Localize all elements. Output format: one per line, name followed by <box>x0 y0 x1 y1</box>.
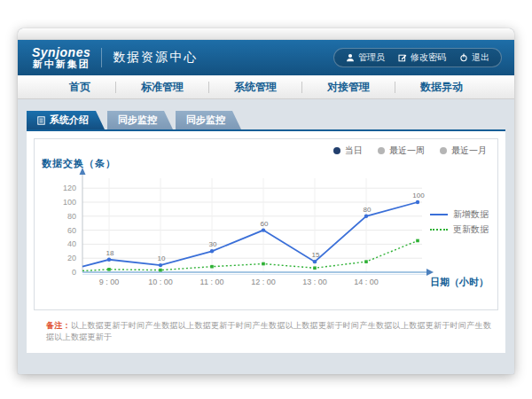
power-icon <box>459 53 468 62</box>
user-toolbar: 管理员 修改密码 退出 <box>333 48 502 67</box>
svg-text:9 : 00: 9 : 00 <box>99 278 120 286</box>
svg-text:60: 60 <box>261 220 269 228</box>
nav-item-home[interactable]: 首页 <box>44 80 115 95</box>
legend-item-new-data[interactable]: 新增数据 <box>430 207 489 222</box>
chart-panel: 当日 最近一周 最近一月 数据交换（条） 日期（小时） 020406080100… <box>34 138 498 310</box>
svg-text:15: 15 <box>312 251 320 259</box>
legend-label: 新增数据 <box>453 208 489 221</box>
svg-text:100: 100 <box>63 198 76 207</box>
user-icon <box>346 53 355 62</box>
tab-label: 系统介绍 <box>50 111 89 129</box>
dotted-line-swatch-icon <box>430 229 448 231</box>
solid-line-swatch-icon <box>430 214 448 215</box>
logo-brand-text: Synjones <box>32 46 90 59</box>
radio-selected-icon <box>333 147 340 154</box>
tab-bar: 系统介绍 同步监控 同步监控 <box>27 111 514 129</box>
svg-text:80: 80 <box>67 212 76 221</box>
svg-text:18: 18 <box>106 249 114 257</box>
page-title: 数据资源中心 <box>113 50 198 66</box>
app-header: Synjones 新中新集团 数据资源中心 管理员 修改密码 <box>18 40 514 75</box>
radio-icon <box>440 147 447 154</box>
content-area: 系统介绍 同步监控 同步监控 当日 最近一周 <box>18 99 514 374</box>
time-range-selector: 当日 最近一周 最近一月 <box>333 145 487 157</box>
svg-text:80: 80 <box>364 206 372 214</box>
change-password-button[interactable]: 修改密码 <box>398 51 446 64</box>
company-logo: Synjones 新中新集团 <box>32 46 90 69</box>
tab-sync-monitor-2[interactable]: 同步监控 <box>176 111 241 129</box>
svg-text:10 : 00: 10 : 00 <box>148 278 173 286</box>
nav-item-connect-mgmt[interactable]: 对接管理 <box>302 80 395 95</box>
footnote-text: 以上数据更新于时间产生数据以上数据更新于时间产生数据以上数据更新于时间产生数据以… <box>46 321 491 341</box>
edit-icon <box>398 53 407 62</box>
svg-text:100: 100 <box>412 192 425 200</box>
svg-text:0: 0 <box>72 268 76 277</box>
svg-text:20: 20 <box>67 254 76 262</box>
range-label: 当日 <box>345 145 363 157</box>
user-name-label: 管理员 <box>358 51 385 64</box>
logo-company-name: 新中新集团 <box>32 59 90 70</box>
app-window: Synjones 新中新集团 数据资源中心 管理员 修改密码 <box>18 28 514 374</box>
footnote-prefix: 备注： <box>46 321 71 330</box>
svg-text:40: 40 <box>67 239 76 248</box>
range-label: 最近一月 <box>451 145 487 157</box>
svg-text:60: 60 <box>67 226 76 235</box>
nav-item-system-mgmt[interactable]: 系统管理 <box>209 80 301 95</box>
tab-label: 同步监控 <box>186 111 225 129</box>
change-password-label: 修改密码 <box>411 51 446 64</box>
nav-item-standard-mgmt[interactable]: 标准管理 <box>116 80 208 95</box>
document-icon <box>37 116 45 125</box>
x-axis-title: 日期（小时） <box>430 276 489 289</box>
range-option-last-week[interactable]: 最近一周 <box>378 145 425 157</box>
svg-text:14 : 00: 14 : 00 <box>354 278 379 286</box>
main-nav: 首页 标准管理 系统管理 对接管理 数据异动 <box>18 75 514 99</box>
range-option-last-month[interactable]: 最近一月 <box>440 145 487 157</box>
range-option-today[interactable]: 当日 <box>333 145 363 157</box>
svg-text:12 : 00: 12 : 00 <box>251 278 276 286</box>
svg-text:10: 10 <box>158 254 166 262</box>
tab-content-card: 当日 最近一周 最近一月 数据交换（条） 日期（小时） 020406080100… <box>27 129 505 353</box>
svg-text:30: 30 <box>209 240 217 248</box>
svg-text:13 : 00: 13 : 00 <box>302 278 327 286</box>
tab-system-intro[interactable]: 系统介绍 <box>27 111 105 129</box>
logout-label: 退出 <box>472 51 489 64</box>
chart-legend: 新增数据 更新数据 <box>430 207 489 237</box>
window-top-edge <box>18 28 514 40</box>
legend-item-updated-data[interactable]: 更新数据 <box>430 222 489 237</box>
radio-icon <box>378 147 385 154</box>
nav-item-data-change[interactable]: 数据异动 <box>395 80 488 95</box>
y-axis-title: 数据交换（条） <box>42 157 116 170</box>
current-user[interactable]: 管理员 <box>346 51 385 64</box>
range-label: 最近一周 <box>389 145 425 157</box>
tab-sync-monitor-1[interactable]: 同步监控 <box>107 111 173 129</box>
tab-label: 同步监控 <box>118 111 157 129</box>
footnote: 备注：以上数据更新于时间产生数据以上数据更新于时间产生数据以上数据更新于时间产生… <box>46 320 498 343</box>
legend-label: 更新数据 <box>453 223 489 236</box>
svg-text:120: 120 <box>63 184 76 192</box>
header-divider <box>101 48 102 67</box>
svg-text:11 : 00: 11 : 00 <box>200 278 224 286</box>
logout-button[interactable]: 退出 <box>459 51 489 64</box>
